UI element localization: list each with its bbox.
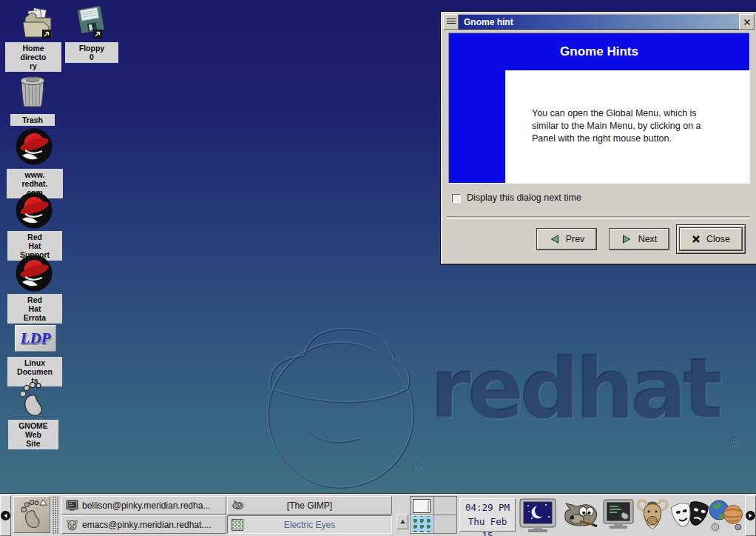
icon-label: Home directo ry: [5, 42, 61, 72]
desktop-icon-trash[interactable]: Trash: [10, 71, 56, 129]
tasklist-popup-button[interactable]: [396, 514, 408, 529]
redhat-logo-icon: [15, 191, 53, 230]
close-x-icon: [692, 235, 701, 244]
planets-icon: [707, 498, 744, 532]
next-button-label: Next: [638, 234, 658, 244]
desk-guide-pager: [410, 496, 457, 534]
panel-hide-right-button[interactable]: [745, 495, 756, 536]
pager-mini-window: [413, 499, 431, 513]
redhat-watermark: redhat ® ®: [237, 318, 755, 492]
icon-label: Floppy 0: [65, 42, 118, 63]
masks-icon: [670, 500, 710, 532]
hint-panel: Gnome Hints You can open the Global Menu…: [448, 33, 750, 184]
close-button[interactable]: Close: [680, 228, 742, 250]
planets-launcher[interactable]: [707, 498, 744, 535]
watermark-registered-text: ®: [731, 435, 739, 448]
theme-selector-launcher[interactable]: [670, 500, 710, 535]
terminal-launcher-icon: [601, 498, 636, 532]
task-label: Electric Eyes: [284, 520, 335, 530]
desktop-icon-linux-documents[interactable]: LDP Linux Documen ts: [7, 324, 62, 384]
panel-hide-left-button[interactable]: [0, 495, 11, 536]
pager-desktop-2[interactable]: [434, 497, 457, 515]
watermark-registered-foot: ®: [414, 459, 422, 472]
hint-text: You can open the Global Menu, which is s…: [532, 107, 701, 145]
task-button-gimp[interactable]: [The GIMP]: [227, 496, 392, 515]
gnome-foot-icon: [16, 381, 50, 418]
icon-label: Red Hat Errata: [7, 294, 62, 324]
prev-button[interactable]: Prev: [537, 229, 596, 249]
pager-desktop-3-active[interactable]: [411, 515, 433, 533]
trash-icon: [15, 73, 50, 111]
task-label: bellison@pinky.meridian.redha...: [82, 500, 210, 511]
prev-button-label: Prev: [566, 234, 585, 244]
window-menu-button[interactable]: [443, 14, 459, 30]
clock-time: 04:29 PM: [460, 500, 515, 515]
display-dialog-checkbox-label: Display this dialog next time: [467, 192, 581, 203]
task-button-emacs[interactable]: emacs@pinky.meridian.redhat....: [61, 515, 226, 534]
gimp-launcher-icon: [561, 500, 599, 532]
dialog-title: Gnome hint: [459, 14, 739, 30]
desktop-icon-floppy-0[interactable]: Floppy 0: [65, 3, 118, 65]
clock-applet[interactable]: 04:29 PM Thu Feb 15: [459, 498, 516, 532]
dialog-titlebar[interactable]: Gnome hint: [443, 14, 755, 30]
floppy-icon: [74, 3, 108, 38]
screensaver-icon: [518, 497, 558, 534]
gnome-terminal-launcher[interactable]: [601, 498, 636, 535]
terminal-icon: [66, 499, 78, 512]
redhat-logo-icon: [15, 127, 53, 166]
next-icon: [621, 234, 632, 244]
desktop[interactable]: redhat ® ® Home directo ry: [0, 0, 756, 536]
panel-separator: [53, 497, 59, 534]
symlink-arrow-badge: [93, 30, 102, 38]
shadowman-watermark-icon: [237, 318, 444, 492]
gnome-panel: bellison@pinky.meridian.redha... emacs@p…: [0, 494, 756, 536]
task-button-electric-eyes[interactable]: Electric Eyes: [227, 515, 392, 534]
up-arrow-icon: [399, 519, 406, 524]
emacs-launcher[interactable]: [635, 498, 670, 535]
gimp-launcher[interactable]: [561, 500, 599, 535]
main-menu-button[interactable]: [13, 496, 50, 533]
ldp-icon-text: LDP: [21, 329, 51, 348]
task-label: emacs@pinky.meridian.redhat....: [82, 520, 212, 530]
watermark-text: redhat: [431, 341, 719, 437]
electric-eyes-icon: [232, 519, 243, 531]
hint-body: You can open the Global Menu, which is s…: [505, 70, 749, 183]
symlink-arrow-badge: [42, 30, 51, 38]
close-icon: [743, 19, 751, 26]
pager-desktop-4[interactable]: [434, 515, 457, 533]
task-label: [The GIMP]: [287, 500, 332, 511]
desktop-icon-gnome-web-site[interactable]: GNOME Web Site: [8, 381, 58, 449]
task-button-bellison[interactable]: bellison@pinky.meridian.redha...: [61, 496, 226, 515]
pager-desktop-1[interactable]: [411, 497, 433, 515]
menu-triangle-badge: [39, 499, 47, 506]
desktop-icon-red-hat-errata[interactable]: Red Hat Errata: [7, 252, 62, 322]
redhat-logo-icon: [15, 254, 53, 292]
hint-header: Gnome Hints: [449, 33, 749, 70]
icon-label: Trash: [10, 114, 55, 126]
close-button-label: Close: [706, 234, 730, 244]
next-button[interactable]: Next: [610, 229, 669, 249]
screensaver-applet[interactable]: [518, 497, 558, 536]
close-button-default-ring: Close: [676, 224, 746, 254]
clock-date: Thu Feb 15: [460, 515, 515, 536]
emacs-launcher-icon: [635, 498, 670, 532]
display-dialog-checkbox[interactable]: [452, 194, 461, 203]
window-menu-icon: [447, 19, 456, 25]
emacs-gnu-icon: [66, 518, 78, 531]
hide-left-icon: [1, 511, 10, 520]
desktop-icon-www-redhat-com[interactable]: www. redhat. com: [7, 126, 63, 195]
prev-icon: [549, 234, 560, 244]
hide-right-icon: [746, 511, 755, 520]
gimp-wilber-icon: [232, 499, 245, 511]
icon-label: GNOME Web Site: [8, 420, 58, 449]
gnome-hint-dialog: Gnome hint Gnome Hints You can open the …: [440, 11, 756, 265]
desktop-icon-red-hat-support[interactable]: Red Hat Support: [7, 190, 62, 259]
dialog-separator: [447, 216, 750, 219]
ldp-icon: LDP: [15, 325, 56, 352]
desktop-icon-home-directory[interactable]: Home directo ry: [5, 3, 61, 73]
window-close-button[interactable]: [739, 14, 755, 30]
